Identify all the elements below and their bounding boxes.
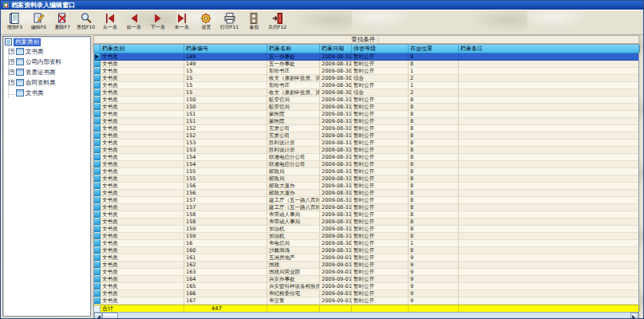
table-cell: 2009-08-31 xyxy=(320,211,352,218)
expand-plus-icon[interactable]: + xyxy=(9,49,14,54)
table-row[interactable]: 文书类160沙棘商场2009-08-31暂时公开8 xyxy=(94,247,638,254)
scroll-left-button[interactable] xyxy=(94,313,102,319)
table-cell: 2009-09-01 xyxy=(320,290,352,297)
table-cell xyxy=(459,89,638,96)
table-cell: 2009-08-31 xyxy=(320,118,352,124)
category-folder-icon xyxy=(16,58,24,65)
table-cell: 2009-08-31 xyxy=(320,226,352,232)
table-cell: 暂时公开 xyxy=(352,219,409,225)
table-row[interactable]: 文书类152宏发公司2009-08-31暂时公开8 xyxy=(94,125,638,132)
table-cell: 2009-08-31 xyxy=(320,140,352,146)
scroll-right-button[interactable] xyxy=(630,313,638,319)
table-row[interactable]: 文书类158市劳动人事局2009-08-31暂时公开8 xyxy=(94,211,638,219)
table-row[interactable]: 文书类156邮政大厦办2009-08-31暂时公开8 xyxy=(94,183,638,190)
column-header-2[interactable]: 档案编号 xyxy=(184,45,267,53)
toolbar-button-4[interactable]: 查找F10 xyxy=(74,10,98,34)
table-row[interactable]: 文书类166市纪检委住宅2009-09-01暂时公开9 xyxy=(94,290,638,297)
table-cell: 暂时公开 xyxy=(352,96,409,103)
table-row[interactable]: 文书类153胜利设计所2009-08-31暂时公开8 xyxy=(94,140,638,147)
column-header-7[interactable]: 档案备注 xyxy=(459,45,640,53)
total-row-indicator-cell xyxy=(94,305,101,312)
table-cell: 155 xyxy=(184,168,267,175)
table-row[interactable]: 文书类15彩绘书庄2009-08-30暂时公开1 xyxy=(94,82,638,89)
row-indicator-cell xyxy=(94,154,101,160)
edit-record-icon xyxy=(32,12,45,25)
table-row[interactable]: 文书类152宏发公司2009-08-31暂时公开8 xyxy=(94,132,638,140)
table-row[interactable]: 文书类16市电信局2009-08-30暂时公开1 xyxy=(94,240,638,247)
table-row[interactable]: 文书类149五一办事处2009-08-31暂时公开8 xyxy=(94,61,638,68)
table-row[interactable]: 文书类15收文（原剧申批票、清数票）2009-08-30综合2 xyxy=(94,75,638,82)
table-row[interactable]: 文书类158市劳动人事局2009-08-31暂时公开8 xyxy=(94,219,638,226)
table-cell: 文书类 xyxy=(101,204,184,211)
tree-item-3[interactable]: +资质证书类 xyxy=(9,67,90,77)
table-row[interactable]: 文书类15彩绘书庄2009-08-30暂时公开1 xyxy=(94,68,638,75)
tree-root-item[interactable]: 档案类别 xyxy=(4,37,89,46)
tree-item-2[interactable]: +公司内部资料 xyxy=(9,57,90,67)
table-row[interactable]: 文书类159加油机2009-08-31暂时公开8 xyxy=(94,226,638,233)
table-cell: 综合 xyxy=(352,89,409,96)
column-header-1[interactable]: 档案类别 xyxy=(101,45,184,53)
table-row[interactable]: 文书类162国税2009-09-01暂时公开9 xyxy=(94,262,638,269)
table-row[interactable]: 文书类163国税局营业部2009-09-01暂时公开9 xyxy=(94,269,638,276)
table-cell: 9 xyxy=(409,297,459,304)
table-row[interactable]: 文书类159加油机2009-08-31暂时公开8 xyxy=(94,233,638,240)
table-row[interactable]: 文书类151蒙医院2009-08-31暂时公开8 xyxy=(94,111,638,118)
scrollbar-track[interactable] xyxy=(118,313,630,319)
table-row[interactable]: 文书类165兴安盟特种设备检验所2009-09-01暂时公开9 xyxy=(94,283,638,290)
table-row[interactable]: 文书类15收文（原剧申批票、清数票）2009-08-30综合2 xyxy=(94,89,638,96)
table-cell: 152 xyxy=(184,132,267,139)
table-row[interactable]: 文书类151蒙医院2009-08-31暂时公开8 xyxy=(94,118,638,125)
scrollbar-thumb[interactable] xyxy=(102,313,118,319)
table-cell: 160 xyxy=(184,247,267,254)
table-cell: 15 xyxy=(184,68,267,74)
tree-item-5[interactable]: 文书类 xyxy=(9,88,90,98)
table-row[interactable]: 文书类154联通电信分公司2009-08-31暂时公开8 xyxy=(94,154,638,161)
toolbar-button-3[interactable]: 删除F7 xyxy=(50,10,74,34)
tree-item-4[interactable]: +合同资料类 xyxy=(9,77,90,88)
column-header-4[interactable]: 档案日期 xyxy=(320,45,352,53)
toolbar-button-8[interactable]: 末一条 xyxy=(170,10,194,34)
toolbar-button-11[interactable]: 备份 xyxy=(242,10,266,34)
table-cell xyxy=(459,219,638,225)
table-cell: 2009-08-30 xyxy=(320,240,352,246)
table-cell xyxy=(459,254,638,261)
toolbar-button-1[interactable]: 增加F3 xyxy=(2,10,26,34)
toolbar-button-7[interactable]: 下一条 xyxy=(146,10,170,34)
table-cell: 8 xyxy=(409,147,459,153)
expand-plus-icon[interactable]: + xyxy=(9,59,14,65)
table-cell: 8 xyxy=(409,204,459,211)
tree-item-1[interactable]: +文书类 xyxy=(9,46,90,57)
row-indicator-cell xyxy=(94,233,101,239)
column-header-5[interactable]: 保密等级 xyxy=(352,45,409,53)
first-record-icon xyxy=(104,12,117,25)
table-row[interactable]: 文书类161五洲房地产2009-09-01暂时公开9 xyxy=(94,254,638,262)
toolbar-button-6[interactable]: 前一条 xyxy=(122,10,146,34)
toolbar-button-2[interactable]: 编辑F6 xyxy=(26,10,50,34)
table-row[interactable]: 文书类157建工厅（五一路八百对过）2009-08-31暂时公开8 xyxy=(94,197,638,204)
column-header-3[interactable]: 档案名称 xyxy=(267,45,320,53)
horizontal-scrollbar[interactable] xyxy=(94,312,638,319)
table-row[interactable]: 文书类164兴安办事处2009-09-01暂时公开9 xyxy=(94,276,638,283)
table-row[interactable]: 文书类155邮政局2009-08-31暂时公开8 xyxy=(94,168,638,175)
table-row[interactable]: 文书类155邮政局2009-08-31暂时公开8 xyxy=(94,175,638,183)
table-row[interactable]: 文书类149五一办事处2009-08-31暂时公开8 xyxy=(94,53,638,61)
table-cell: 1 xyxy=(409,68,459,74)
table-row[interactable]: 文书类154联通电信分公司2009-08-31暂时公开8 xyxy=(94,161,638,168)
table-cell: 8 xyxy=(409,197,459,203)
table-row[interactable]: 文书类150航空信局2009-08-31暂时公开8 xyxy=(94,96,638,104)
toolbar-button-9[interactable]: 设置 xyxy=(194,10,218,34)
expand-plus-icon[interactable]: + xyxy=(9,69,14,75)
toolbar-button-10[interactable]: 打印F11 xyxy=(218,10,242,34)
table-cell: 文书类 xyxy=(101,197,184,203)
toolbar-button-5[interactable]: 头一条 xyxy=(98,10,122,34)
grid-body[interactable]: 文书类149五一办事处2009-08-31暂时公开8文书类149五一办事处200… xyxy=(94,53,638,305)
table-row[interactable]: 文书类156邮政大厦办2009-08-31暂时公开8 xyxy=(94,190,638,197)
column-header-6[interactable]: 存放位置 xyxy=(409,45,459,53)
table-row[interactable]: 文书类150航空信局2009-08-31暂时公开8 xyxy=(94,104,638,111)
table-row[interactable]: 文书类157建工厅（五一路八百对过）2009-08-31暂时公开8 xyxy=(94,204,638,211)
table-row[interactable]: 文书类167市交警2009-09-01暂时公开9 xyxy=(94,297,638,305)
table-row[interactable]: 文书类153胜利设计所2009-08-31暂时公开8 xyxy=(94,147,638,154)
toolbar-button-label: 前一条 xyxy=(127,25,141,30)
expand-plus-icon[interactable]: + xyxy=(9,80,14,85)
toolbar-button-12[interactable]: 关闭F12 xyxy=(266,10,290,34)
